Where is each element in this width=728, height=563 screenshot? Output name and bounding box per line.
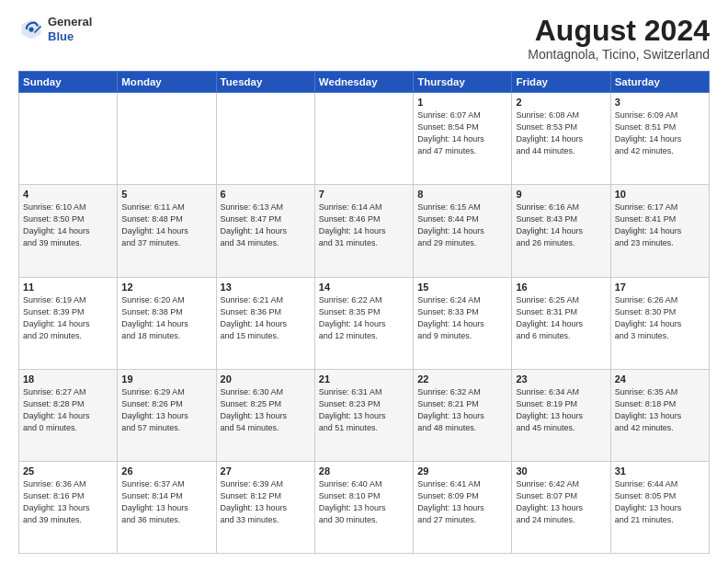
logo-icon xyxy=(18,17,44,42)
day-number: 5 xyxy=(121,189,211,200)
table-row: 18Sunrise: 6:27 AM Sunset: 8:28 PM Dayli… xyxy=(19,369,118,461)
table-row: 23Sunrise: 6:34 AM Sunset: 8:19 PM Dayli… xyxy=(512,369,610,461)
table-row: 22Sunrise: 6:32 AM Sunset: 8:21 PM Dayli… xyxy=(414,369,512,461)
page: General Blue August 2024 Montagnola, Tic… xyxy=(0,0,728,563)
day-number: 30 xyxy=(516,465,606,477)
day-number: 29 xyxy=(417,465,507,477)
table-row xyxy=(216,93,314,185)
calendar-week-row: 18Sunrise: 6:27 AM Sunset: 8:28 PM Dayli… xyxy=(19,369,710,461)
day-info: Sunrise: 6:29 AM Sunset: 8:26 PM Dayligh… xyxy=(121,386,211,434)
table-row: 8Sunrise: 6:15 AM Sunset: 8:44 PM Daylig… xyxy=(414,185,512,277)
table-row: 9Sunrise: 6:16 AM Sunset: 8:43 PM Daylig… xyxy=(512,185,610,277)
day-number: 7 xyxy=(319,189,409,200)
table-row: 16Sunrise: 6:25 AM Sunset: 8:31 PM Dayli… xyxy=(512,277,610,369)
day-number: 10 xyxy=(615,189,705,200)
table-row: 3Sunrise: 6:09 AM Sunset: 8:51 PM Daylig… xyxy=(610,93,709,185)
day-info: Sunrise: 6:11 AM Sunset: 8:48 PM Dayligh… xyxy=(121,201,211,249)
table-row: 11Sunrise: 6:19 AM Sunset: 8:39 PM Dayli… xyxy=(19,277,118,369)
day-info: Sunrise: 6:09 AM Sunset: 8:51 PM Dayligh… xyxy=(615,109,705,157)
day-info: Sunrise: 6:27 AM Sunset: 8:28 PM Dayligh… xyxy=(23,386,113,434)
table-row: 1Sunrise: 6:07 AM Sunset: 8:54 PM Daylig… xyxy=(414,93,512,185)
table-row: 28Sunrise: 6:40 AM Sunset: 8:10 PM Dayli… xyxy=(314,461,413,553)
day-number: 26 xyxy=(121,465,211,477)
logo: General Blue xyxy=(18,15,92,43)
day-number: 23 xyxy=(516,373,606,385)
header: General Blue August 2024 Montagnola, Tic… xyxy=(18,15,710,62)
location-title: Montagnola, Ticino, Switzerland xyxy=(528,47,710,62)
col-saturday: Saturday xyxy=(610,72,709,93)
calendar-week-row: 1Sunrise: 6:07 AM Sunset: 8:54 PM Daylig… xyxy=(19,93,710,185)
day-info: Sunrise: 6:24 AM Sunset: 8:33 PM Dayligh… xyxy=(417,294,507,342)
day-info: Sunrise: 6:22 AM Sunset: 8:35 PM Dayligh… xyxy=(319,294,409,342)
month-title: August 2024 xyxy=(528,15,710,47)
table-row: 5Sunrise: 6:11 AM Sunset: 8:48 PM Daylig… xyxy=(118,185,216,277)
day-number: 28 xyxy=(319,465,409,477)
day-info: Sunrise: 6:14 AM Sunset: 8:46 PM Dayligh… xyxy=(319,201,409,249)
table-row: 29Sunrise: 6:41 AM Sunset: 8:09 PM Dayli… xyxy=(414,461,512,553)
col-tuesday: Tuesday xyxy=(216,72,314,93)
day-number: 22 xyxy=(417,373,507,385)
day-info: Sunrise: 6:30 AM Sunset: 8:25 PM Dayligh… xyxy=(221,386,311,434)
day-info: Sunrise: 6:08 AM Sunset: 8:53 PM Dayligh… xyxy=(516,109,606,157)
day-number: 14 xyxy=(319,282,409,293)
day-number: 15 xyxy=(417,282,507,293)
day-info: Sunrise: 6:39 AM Sunset: 8:12 PM Dayligh… xyxy=(221,478,311,526)
day-number: 31 xyxy=(615,465,705,477)
day-info: Sunrise: 6:44 AM Sunset: 8:05 PM Dayligh… xyxy=(615,478,705,526)
day-info: Sunrise: 6:17 AM Sunset: 8:41 PM Dayligh… xyxy=(615,201,705,249)
table-row: 7Sunrise: 6:14 AM Sunset: 8:46 PM Daylig… xyxy=(314,185,413,277)
day-info: Sunrise: 6:20 AM Sunset: 8:38 PM Dayligh… xyxy=(121,294,211,342)
day-number: 21 xyxy=(319,373,409,385)
table-row: 4Sunrise: 6:10 AM Sunset: 8:50 PM Daylig… xyxy=(19,185,118,277)
table-row: 26Sunrise: 6:37 AM Sunset: 8:14 PM Dayli… xyxy=(118,461,216,553)
table-row: 12Sunrise: 6:20 AM Sunset: 8:38 PM Dayli… xyxy=(118,277,216,369)
col-sunday: Sunday xyxy=(19,72,118,93)
svg-point-1 xyxy=(28,27,33,31)
day-number: 25 xyxy=(23,465,113,477)
logo-blue: Blue xyxy=(48,29,74,43)
day-number: 8 xyxy=(417,189,507,200)
table-row xyxy=(118,93,216,185)
day-info: Sunrise: 6:32 AM Sunset: 8:21 PM Dayligh… xyxy=(417,386,507,434)
day-info: Sunrise: 6:21 AM Sunset: 8:36 PM Dayligh… xyxy=(221,294,311,342)
table-row: 27Sunrise: 6:39 AM Sunset: 8:12 PM Dayli… xyxy=(216,461,314,553)
calendar-week-row: 4Sunrise: 6:10 AM Sunset: 8:50 PM Daylig… xyxy=(19,185,710,277)
day-number: 20 xyxy=(221,373,311,385)
table-row xyxy=(19,93,118,185)
day-info: Sunrise: 6:41 AM Sunset: 8:09 PM Dayligh… xyxy=(417,478,507,526)
day-number: 11 xyxy=(23,282,113,293)
day-info: Sunrise: 6:19 AM Sunset: 8:39 PM Dayligh… xyxy=(23,294,113,342)
col-thursday: Thursday xyxy=(414,72,512,93)
calendar-header-row: Sunday Monday Tuesday Wednesday Thursday… xyxy=(19,72,710,93)
calendar-week-row: 11Sunrise: 6:19 AM Sunset: 8:39 PM Dayli… xyxy=(19,277,710,369)
logo-general: General xyxy=(48,15,92,29)
table-row: 10Sunrise: 6:17 AM Sunset: 8:41 PM Dayli… xyxy=(610,185,709,277)
day-number: 24 xyxy=(615,373,705,385)
table-row: 6Sunrise: 6:13 AM Sunset: 8:47 PM Daylig… xyxy=(216,185,314,277)
table-row xyxy=(314,93,413,185)
day-number: 9 xyxy=(516,189,606,200)
day-number: 6 xyxy=(221,189,311,200)
table-row: 31Sunrise: 6:44 AM Sunset: 8:05 PM Dayli… xyxy=(610,461,709,553)
table-row: 14Sunrise: 6:22 AM Sunset: 8:35 PM Dayli… xyxy=(314,277,413,369)
day-number: 1 xyxy=(417,97,507,108)
day-info: Sunrise: 6:34 AM Sunset: 8:19 PM Dayligh… xyxy=(516,386,606,434)
table-row: 24Sunrise: 6:35 AM Sunset: 8:18 PM Dayli… xyxy=(610,369,709,461)
calendar-week-row: 25Sunrise: 6:36 AM Sunset: 8:16 PM Dayli… xyxy=(19,461,710,553)
day-info: Sunrise: 6:31 AM Sunset: 8:23 PM Dayligh… xyxy=(319,386,409,434)
day-info: Sunrise: 6:36 AM Sunset: 8:16 PM Dayligh… xyxy=(23,478,113,526)
day-number: 18 xyxy=(23,373,113,385)
day-number: 13 xyxy=(221,282,311,293)
title-block: August 2024 Montagnola, Ticino, Switzerl… xyxy=(528,15,710,62)
day-info: Sunrise: 6:13 AM Sunset: 8:47 PM Dayligh… xyxy=(221,201,311,249)
col-friday: Friday xyxy=(512,72,610,93)
table-row: 25Sunrise: 6:36 AM Sunset: 8:16 PM Dayli… xyxy=(19,461,118,553)
day-number: 17 xyxy=(615,282,705,293)
day-number: 4 xyxy=(23,189,113,200)
day-info: Sunrise: 6:07 AM Sunset: 8:54 PM Dayligh… xyxy=(417,109,507,157)
day-number: 2 xyxy=(516,97,606,108)
day-info: Sunrise: 6:25 AM Sunset: 8:31 PM Dayligh… xyxy=(516,294,606,342)
calendar-table: Sunday Monday Tuesday Wednesday Thursday… xyxy=(18,71,710,554)
table-row: 15Sunrise: 6:24 AM Sunset: 8:33 PM Dayli… xyxy=(414,277,512,369)
day-number: 27 xyxy=(221,465,311,477)
